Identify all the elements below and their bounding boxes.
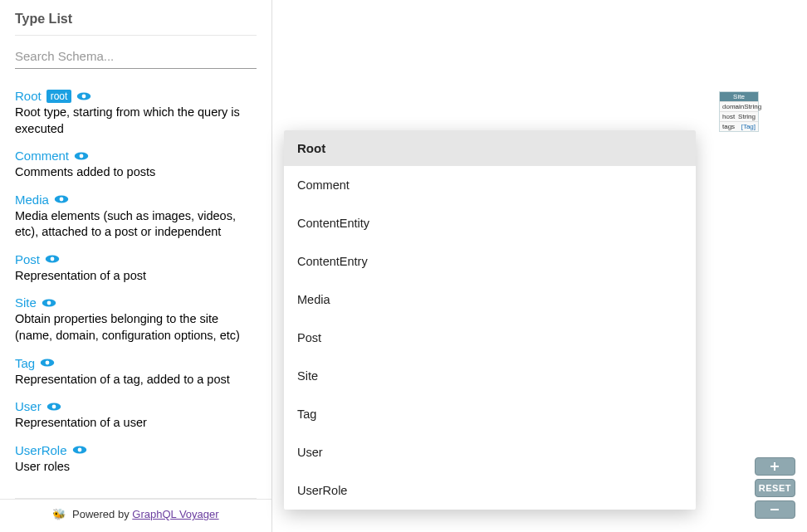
type-item: CommentComments added to posts [15,149,257,181]
footer: 🐝 Powered by GraphQL Voyager [0,499,271,532]
svg-point-15 [77,448,81,452]
dropdown-item[interactable]: User [284,433,696,471]
type-description: Media elements (such as images, videos, … [15,208,257,241]
type-name-link[interactable]: Site [15,295,37,310]
eye-icon[interactable] [54,194,69,204]
type-name-link[interactable]: Root [15,89,42,103]
zoom-in-button[interactable] [755,457,795,476]
zoom-controls: RESET [755,457,795,519]
svg-point-5 [59,198,63,202]
sidebar-title: Type List [0,0,271,35]
graph-node-site[interactable]: Site domainStringhostStringtags[Tag] [719,91,759,132]
type-item: SiteObtain properties belonging to the s… [15,295,257,344]
eye-icon[interactable] [45,254,60,264]
type-description: User roles [15,459,257,476]
type-name-link[interactable]: Media [15,193,49,207]
dropdown-item[interactable]: Comment [284,166,696,204]
svg-point-11 [46,361,50,365]
svg-point-1 [82,94,86,98]
svg-point-3 [80,154,84,158]
svg-rect-17 [770,466,779,467]
bee-icon: 🐝 [52,508,66,520]
dropdown-item[interactable]: Post [284,319,696,357]
divider [15,35,257,36]
type-name-link[interactable]: User [15,399,42,413]
eye-icon[interactable] [42,298,56,308]
dropdown-selected[interactable]: Root [284,130,696,166]
sidebar: Type List RootrootRoot type, starting fr… [0,0,272,532]
dropdown-item[interactable]: Site [284,357,696,395]
svg-rect-18 [770,509,779,510]
type-item: RootrootRoot type, starting from which t… [15,89,257,137]
dropdown-item[interactable]: Media [284,281,696,319]
graph-edges [272,0,521,124]
dropdown-item[interactable]: ContentEntity [284,204,696,242]
type-item: TagRepresentation of a tag, added to a p… [15,356,257,388]
eye-icon[interactable] [74,151,89,161]
eye-icon[interactable] [46,402,61,412]
graph-node-title: Site [720,92,758,101]
powered-by-prefix: Powered by [72,508,132,520]
svg-point-9 [46,300,51,305]
type-name-link[interactable]: Tag [15,356,35,370]
type-description: Comments added to posts [15,164,257,181]
type-item: UserRoleUser roles [15,443,257,476]
svg-point-13 [51,404,56,408]
type-description: Representation of a post [15,268,257,285]
graph-field-row[interactable]: hostString [720,111,758,121]
dropdown-item[interactable]: UserRole [284,471,696,510]
type-name-link[interactable]: Post [15,252,40,266]
type-name-link[interactable]: Comment [15,149,69,163]
eye-icon[interactable] [72,445,87,455]
dropdown-item[interactable]: Tag [284,395,696,433]
type-dropdown[interactable]: Root CommentContentEntityContentEntryMed… [284,130,696,510]
zoom-out-button[interactable] [755,500,795,519]
zoom-reset-button[interactable]: RESET [755,479,795,497]
graph-field-row[interactable]: tags[Tag] [720,121,758,131]
root-badge: root [46,90,72,103]
dropdown-item[interactable]: ContentEntry [284,242,696,281]
type-item: UserRepresentation of a user [15,399,257,432]
search-input[interactable] [15,44,257,69]
type-item: PostRepresentation of a post [15,252,257,285]
type-item: MediaMedia elements (such as images, vid… [15,193,257,241]
type-name-link[interactable]: UserRole [15,443,67,457]
svg-point-7 [51,257,55,261]
type-description: Root type, starting from which the query… [15,105,257,137]
type-description: Representation of a tag, added to a post [15,372,257,388]
type-description: Representation of a user [15,415,257,432]
graph-field-row[interactable]: domainString [720,101,758,111]
type-list[interactable]: RootrootRoot type, starting from which t… [0,72,271,498]
type-description: Obtain properties belonging to the site … [15,311,257,344]
eye-icon[interactable] [40,358,55,368]
voyager-link[interactable]: GraphQL Voyager [132,508,218,520]
eye-icon[interactable] [76,91,91,101]
